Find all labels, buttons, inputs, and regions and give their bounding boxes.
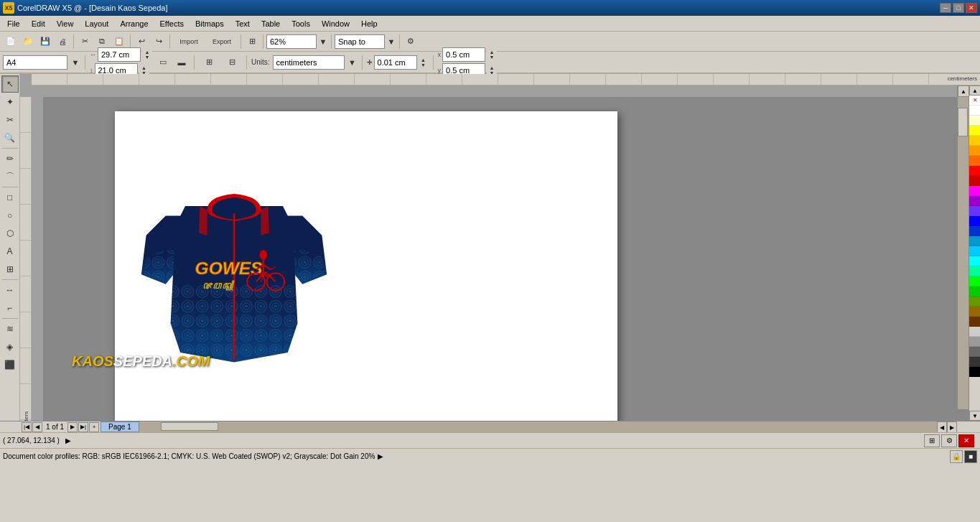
snap-to-dropdown[interactable]: Snap to — [335, 34, 385, 49]
h-scroll-track[interactable] — [139, 421, 937, 432]
ellipse-tool[interactable]: ○ — [1, 207, 19, 224]
minimize-button[interactable]: ─ — [940, 3, 951, 13]
vertical-scrollbar[interactable]: ▲ ▼ — [957, 85, 969, 421]
color-black-swatch[interactable]: ■ — [964, 450, 977, 463]
color-blue-violet[interactable] — [969, 206, 980, 216]
color-none[interactable]: ✕ — [969, 95, 980, 106]
zoom-tool[interactable]: 🔍 — [1, 129, 19, 146]
units-arrow[interactable]: ▼ — [347, 55, 358, 70]
polygon-tool[interactable]: ⬡ — [1, 225, 19, 242]
color-light-yellow[interactable] — [969, 116, 980, 126]
color-brown[interactable] — [969, 307, 980, 317]
open-button[interactable]: 📁 — [20, 34, 36, 50]
print-button[interactable]: 🖨 — [55, 34, 70, 50]
color-orange[interactable] — [969, 146, 980, 156]
freehand-tool[interactable]: ✏ — [1, 150, 19, 167]
menu-effects[interactable]: Effects — [154, 16, 190, 32]
color-purple[interactable] — [969, 196, 980, 206]
nudge-arrows[interactable]: ▲▼ — [419, 55, 429, 70]
color-olive[interactable] — [969, 297, 980, 307]
h-scroll-right[interactable]: ▶ — [947, 421, 957, 433]
color-dark-blue[interactable] — [969, 226, 980, 236]
palette-up[interactable]: ▲ — [969, 85, 980, 95]
units-dropdown[interactable]: centimeters — [273, 55, 345, 70]
menu-layout[interactable]: Layout — [79, 16, 114, 32]
color-gray-light[interactable] — [969, 327, 980, 337]
text-tool[interactable]: A — [1, 243, 19, 260]
redo-button[interactable]: ↪ — [151, 34, 167, 50]
palette-down[interactable]: ▼ — [969, 411, 980, 421]
menu-window[interactable]: Window — [316, 16, 355, 32]
snap-dropdown-arrow[interactable]: ▼ — [386, 34, 396, 50]
connector-tool[interactable]: ⌐ — [1, 299, 19, 317]
fill-tool[interactable]: ◈ — [1, 338, 19, 355]
lock-icon[interactable]: 🔒 — [950, 450, 963, 463]
next-page-button[interactable]: ▶ — [67, 422, 78, 432]
y-arrows[interactable]: ▲▼ — [487, 67, 497, 74]
import-button[interactable]: Import — [173, 34, 205, 50]
color-black[interactable] — [969, 367, 980, 377]
color-light-green[interactable] — [969, 266, 980, 276]
menu-tools[interactable]: Tools — [286, 16, 316, 32]
nudge-field[interactable]: 0.01 cm — [374, 55, 417, 70]
zoom-dropdown-arrow[interactable]: ▼ — [318, 34, 328, 50]
last-page-button[interactable]: ▶| — [78, 422, 88, 432]
page-size-dropdown[interactable]: A4 — [3, 55, 67, 70]
app-launcher[interactable]: ⊞ — [244, 34, 260, 50]
menu-arrange[interactable]: Arrange — [114, 16, 154, 32]
crop-tool[interactable]: ✂ — [1, 111, 19, 129]
menu-edit[interactable]: Edit — [26, 16, 51, 32]
color-charcoal[interactable] — [969, 357, 980, 367]
window-controls[interactable]: ─ □ ✕ — [940, 3, 977, 13]
menu-table[interactable]: Table — [256, 16, 286, 32]
color-aqua[interactable] — [969, 256, 980, 266]
interactive-fill[interactable]: ⬛ — [1, 356, 19, 373]
color-blue[interactable] — [969, 216, 980, 226]
smart-draw-tool[interactable]: ⌒ — [1, 168, 19, 185]
width-arrows[interactable]: ▲▼ — [142, 51, 152, 58]
x-field[interactable]: 0.5 cm — [442, 47, 485, 62]
menu-help[interactable]: Help — [355, 16, 383, 32]
page-size-arrow[interactable]: ▼ — [70, 55, 80, 70]
select-tool[interactable]: ↖ — [1, 75, 19, 93]
canvas-area[interactable]: centimeters centimeters — [20, 74, 980, 421]
color-green[interactable] — [969, 276, 980, 286]
color-dark-brown[interactable] — [969, 317, 980, 327]
color-red[interactable] — [969, 166, 980, 176]
shape-tool[interactable]: ✦ — [1, 93, 19, 111]
restore-button[interactable]: □ — [953, 3, 964, 13]
zoom-dropdown[interactable]: 62% — [266, 34, 317, 49]
canvas-background[interactable]: GOWES ꦗꦮꦤ꧀ — [43, 97, 969, 421]
table-tool[interactable]: ⊞ — [1, 261, 19, 278]
menu-text[interactable]: Text — [230, 16, 256, 32]
menu-file[interactable]: File — [1, 16, 26, 32]
page-tab[interactable]: Page 1 — [101, 421, 139, 432]
h-scroll-thumb[interactable] — [161, 422, 218, 431]
save-button[interactable]: 💾 — [37, 34, 53, 50]
rect-tool[interactable]: □ — [1, 189, 19, 206]
color-magenta[interactable] — [969, 186, 980, 196]
play-button[interactable]: ▶ — [65, 437, 71, 444]
h-scroll-left[interactable]: ◀ — [937, 421, 947, 433]
blend-tool[interactable]: ≋ — [1, 320, 19, 337]
scroll-thumb[interactable] — [958, 108, 968, 136]
portrait-button[interactable]: ▭ — [155, 55, 171, 70]
color-cyan[interactable] — [969, 246, 980, 256]
color-white[interactable] — [969, 106, 980, 116]
page-layout-btn2[interactable]: ⊟ — [222, 55, 242, 70]
menu-bitmaps[interactable]: Bitmaps — [190, 16, 230, 32]
new-button[interactable]: 📄 — [3, 34, 19, 50]
width-field[interactable]: 29.7 cm — [98, 47, 141, 62]
color-yellow[interactable] — [969, 126, 980, 136]
scroll-up-button[interactable]: ▲ — [958, 85, 969, 97]
height-arrows[interactable]: ▲▼ — [139, 67, 149, 74]
color-orange-yellow[interactable] — [969, 136, 980, 146]
snap-icon[interactable]: ⊞ — [924, 434, 940, 447]
add-page-button[interactable]: + — [89, 422, 99, 432]
color-red-orange[interactable] — [969, 156, 980, 166]
color-dark-green[interactable] — [969, 286, 980, 297]
expand-profile-button[interactable]: ▶ — [378, 452, 383, 460]
color-teal[interactable] — [969, 236, 980, 246]
prev-page-button[interactable]: ◀ — [32, 422, 42, 432]
color-gray[interactable] — [969, 337, 980, 347]
